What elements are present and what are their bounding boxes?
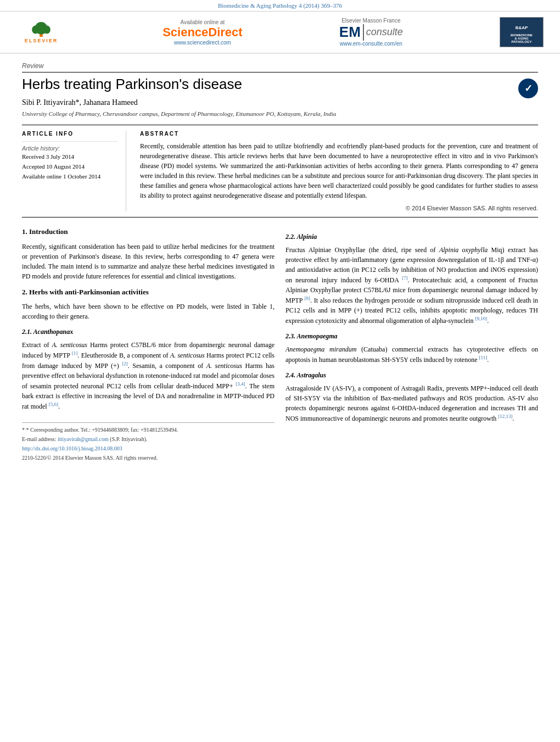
- header-logos: ELSEVIER Available online at ScienceDire…: [0, 12, 560, 54]
- copyright-line: © 2014 Elsevier Masson SAS. All rights r…: [140, 205, 538, 211]
- title-underline: [22, 72, 538, 72]
- elsevier-text: ELSEVIER: [25, 38, 58, 43]
- sub24-heading: 2.4. Astragalus: [285, 370, 538, 380]
- crossmark-icon: ✓: [518, 79, 538, 98]
- footnote-email-label: E-mail address:: [22, 436, 56, 442]
- sub23-para: Anemopaegma mirandum (Catuaba) commercia…: [285, 344, 538, 365]
- journal-citation: Biomedicine & Aging Pathology 4 (2014) 3…: [218, 2, 342, 9]
- biomedicine-logo-box: B&AP BIOMEDICINE& AGINGPATHOLOGY: [500, 17, 544, 47]
- em-divider: [363, 24, 364, 41]
- abstract-heading: ABSTRACT: [140, 131, 538, 137]
- authors-line: Sibi P. Ittiyavirah*, Jahanara Hameed: [22, 98, 538, 107]
- body-columns: 1. Introduction Recently, significant co…: [22, 226, 538, 464]
- received-date: Received 3 July 2014: [22, 153, 117, 160]
- em-url: www.em-consulte.com/en: [339, 41, 403, 47]
- sub21-para: Extract of A. senticosus Harms protect C…: [22, 340, 275, 411]
- history-label: Article history:: [22, 145, 117, 152]
- footnote-issn: 2210-5220/© 2014 Elsevier Masson SAS. Al…: [22, 454, 275, 462]
- article-info-heading: ARTICLE INFO: [22, 131, 117, 137]
- footnote-section: * * Corresponding author. Tel.: +9194468…: [22, 422, 275, 462]
- footnote-email-note: (S.P. Ittiyavirah).: [110, 436, 147, 442]
- intro-heading: 1. Introduction: [22, 226, 275, 237]
- intro-para: Recently, significant consideration has …: [22, 242, 275, 281]
- info-divider: [22, 141, 117, 142]
- footnote-corresponding-text: * Corresponding author. Tel.: +919446883…: [26, 427, 178, 433]
- sciencedirect-logo: ScienceDirect: [163, 25, 243, 40]
- elsevier-masson-label: Elsevier Masson France: [339, 18, 403, 24]
- elsevier-masson-block: Elsevier Masson France EM consulte www.e…: [339, 18, 403, 47]
- article-title: Herbs treating Parkinson's disease: [22, 76, 242, 93]
- article-type: Review: [22, 62, 538, 70]
- sciencedirect-block: Available online at ScienceDirect www.sc…: [163, 19, 243, 46]
- journal-bar: Biomedicine & Aging Pathology 4 (2014) 3…: [0, 0, 560, 12]
- sub22-para: Fructus Alpiniae Oxyphyllae (the dried, …: [285, 245, 538, 326]
- abstract-text: Recently, considerable attention has bee…: [140, 141, 538, 200]
- em-text: EM: [339, 24, 361, 41]
- footnote-doi-link[interactable]: http://dx.doi.org/10.1016/j.bioag.2014.0…: [22, 445, 122, 451]
- available-date: Available online 1 October 2014: [22, 173, 117, 180]
- footnote-email-link[interactable]: ittiyavirah@gmail.com: [58, 436, 109, 442]
- left-column: 1. Introduction Recently, significant co…: [22, 226, 275, 464]
- svg-text:B&AP: B&AP: [516, 25, 528, 30]
- biomedicine-icon: B&AP: [511, 21, 533, 32]
- abstract-section: ABSTRACT Recently, considerable attentio…: [137, 131, 538, 211]
- crossmark-badge: ✓: [518, 79, 538, 98]
- svg-point-2: [32, 25, 39, 34]
- sciencedirect-url: www.sciencedirect.com: [163, 40, 243, 46]
- sub22-heading: 2.2. Alpinia: [285, 232, 538, 242]
- accepted-date: Accepted 10 August 2014: [22, 163, 117, 170]
- info-abstract-row: ARTICLE INFO Article history: Received 3…: [22, 125, 538, 217]
- em-logo: EM consulte: [339, 24, 403, 41]
- sub21-heading: 2.1. Acanthopanax: [22, 327, 275, 337]
- authors-text: Sibi P. Ittiyavirah*, Jahanara Hameed: [22, 98, 138, 107]
- footnote-email-line: E-mail address: ittiyavirah@gmail.com (S…: [22, 436, 275, 443]
- sub23-heading: 2.3. Anemopaegma: [285, 331, 538, 341]
- footnote-corresponding: * * Corresponding author. Tel.: +9194468…: [22, 426, 275, 434]
- footnote-star: *: [22, 427, 26, 433]
- biomedicine-text: BIOMEDICINE& AGINGPATHOLOGY: [511, 34, 533, 43]
- available-online-text: Available online at: [163, 19, 243, 25]
- right-column: 2.2. Alpinia Fructus Alpiniae Oxyphyllae…: [285, 226, 538, 464]
- sub24-para: Astragaloside IV (AS-IV), a component of…: [285, 383, 538, 423]
- elsevier-logo: ELSEVIER: [16, 19, 66, 46]
- affiliation-line: University College of Pharmacy, Cheruvan…: [22, 110, 538, 117]
- main-content: Review Herbs treating Parkinson's diseas…: [0, 54, 560, 472]
- footnote-doi: http://dx.doi.org/10.1016/j.bioag.2014.0…: [22, 445, 275, 453]
- svg-point-3: [43, 25, 51, 34]
- elsevier-tree-icon: [27, 21, 55, 38]
- article-info-box: ARTICLE INFO Article history: Received 3…: [22, 131, 126, 211]
- consulte-text: consulte: [366, 26, 403, 38]
- section2-para: The herbs, which have been shown to be e…: [22, 302, 275, 321]
- section2-heading: 2. Herbs with anti-Parkinsonian activiti…: [22, 287, 275, 298]
